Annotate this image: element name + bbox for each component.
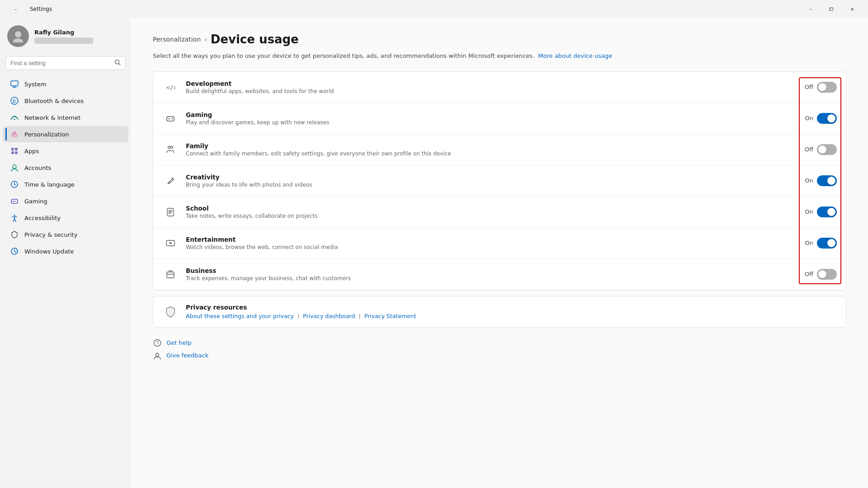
network-icon [10,113,19,122]
more-about-link[interactable]: More about device usage [538,52,612,59]
svg-text:B: B [13,99,16,104]
sidebar-item-privacy[interactable]: Privacy & security [3,226,128,243]
school-toggle-label: On [803,208,813,215]
entertainment-toggle[interactable] [817,238,837,249]
give-feedback-label: Give feedback [166,352,208,359]
family-toggle-knob [818,145,826,154]
main-content: Personalization › Device usage Select al… [131,18,868,488]
privacy-resources-card: Privacy resources About these settings a… [153,296,846,328]
business-toggle[interactable] [817,269,837,280]
get-help-icon: ? [153,338,162,347]
sidebar-item-accounts[interactable]: Accounts [3,160,128,176]
about-settings-link[interactable]: About these settings and your privacy [186,313,294,319]
creativity-desc: Bring your ideas to life with photos and… [186,182,796,188]
user-profile[interactable]: Rafly Gilang [0,18,131,52]
privacy-dashboard-link[interactable]: Privacy dashboard [303,313,355,319]
family-desc: Connect with family members, edit safety… [186,150,796,157]
svg-point-33 [171,146,173,148]
business-name: Business [186,267,796,274]
family-name: Family [186,142,796,150]
sidebar-item-windows-update[interactable]: Windows Update [3,243,128,259]
sidebar-item-apps[interactable]: Apps [3,143,128,159]
gaming-desc: Play and discover games, keep up with ne… [186,119,796,126]
school-icon [162,204,179,220]
svg-rect-27 [167,117,174,121]
entertainment-toggle-slider [817,238,837,249]
svg-point-45 [156,353,159,356]
sidebar-item-accessibility[interactable]: Accessibility [3,210,128,226]
privacy-statement-link[interactable]: Privacy Statement [364,313,416,319]
svg-line-19 [14,184,16,185]
creativity-toggle[interactable] [817,175,837,186]
search-input[interactable] [10,60,111,66]
development-name: Development [186,80,796,87]
settings-list: </>DevelopmentBuild delightful apps, web… [153,71,846,291]
window-controls: − ⧠ ✕ [800,2,863,16]
gaming-icon [162,110,179,127]
business-text: BusinessTrack expenses, manage your busi… [186,267,796,282]
svg-point-16 [13,165,16,169]
svg-rect-10 [11,135,18,137]
gaming-toggle[interactable] [817,113,837,124]
breadcrumb: Personalization › Device usage [153,33,846,46]
gaming-text: GamingPlay and discover games, keep up w… [186,111,796,126]
svg-rect-12 [11,148,14,150]
entertainment-desc: Watch videos, browse the web, connect on… [186,244,796,250]
gaming-toggle-label: On [803,115,813,122]
titlebar: ← Settings − ⧠ ✕ [0,0,868,18]
entertainment-icon [162,235,179,251]
sidebar-label-apps: Apps [24,148,39,155]
gaming-control: On [803,113,837,124]
user-info: Rafly Gilang [34,29,124,44]
maximize-button[interactable]: ⧠ [821,2,842,16]
back-button[interactable]: ← [5,2,26,16]
creativity-toggle-slider [817,175,837,186]
business-icon [162,266,179,282]
page-header: Personalization › Device usage [153,33,846,46]
privacy-resources-icon [162,304,179,320]
family-toggle[interactable] [817,144,837,155]
minimize-button[interactable]: − [800,2,821,16]
entertainment-toggle-label: On [803,239,813,246]
svg-rect-41 [167,272,174,278]
school-text: SchoolTake notes, write essays, collabor… [186,205,796,219]
system-icon [10,80,19,89]
setting-item-entertainment: EntertainmentWatch videos, browse the we… [153,228,846,259]
development-toggle[interactable] [817,82,837,93]
sidebar-item-time[interactable]: Time & language [3,176,128,192]
bluetooth-icon: B [10,96,19,105]
svg-rect-13 [15,148,18,150]
family-control: Off [803,144,837,155]
svg-rect-20 [11,199,18,203]
svg-marker-40 [170,242,172,244]
get-help-link[interactable]: ? Get help [153,338,846,347]
sidebar-label-accessibility: Accessibility [24,215,61,221]
school-toggle[interactable] [817,206,837,217]
gaming-toggle-slider [817,113,837,124]
school-desc: Take notes, write essays, collaborate on… [186,213,796,219]
sidebar-item-network[interactable]: Network & internet [3,109,128,126]
sidebar-item-system[interactable]: System [3,76,128,92]
business-toggle-slider [817,269,837,280]
svg-rect-15 [15,151,18,154]
sidebar-item-personalization[interactable]: Personalization [3,126,128,142]
accessibility-icon [10,213,19,222]
sidebar-item-bluetooth[interactable]: B Bluetooth & devices [3,93,128,109]
give-feedback-link[interactable]: Give feedback [153,351,846,360]
sidebar-label-time: Time & language [24,181,75,188]
sidebar-item-gaming[interactable]: Gaming [3,193,128,209]
search-container [0,52,131,75]
svg-point-31 [172,118,173,119]
accounts-icon [10,163,19,172]
sidebar-label-system: System [24,81,46,88]
setting-item-creativity: CreativityBring your ideas to life with … [153,165,846,197]
sidebar-label-network: Network & internet [24,114,80,121]
sidebar-label-privacy: Privacy & security [24,231,77,238]
creativity-text: CreativityBring your ideas to life with … [186,174,796,188]
footer-links: ? Get help Give feedback [153,338,846,360]
gaming-name: Gaming [186,111,796,118]
school-toggle-slider [817,206,837,217]
family-icon [162,141,179,158]
business-toggle-label: Off [803,271,813,277]
close-button[interactable]: ✕ [842,2,863,16]
